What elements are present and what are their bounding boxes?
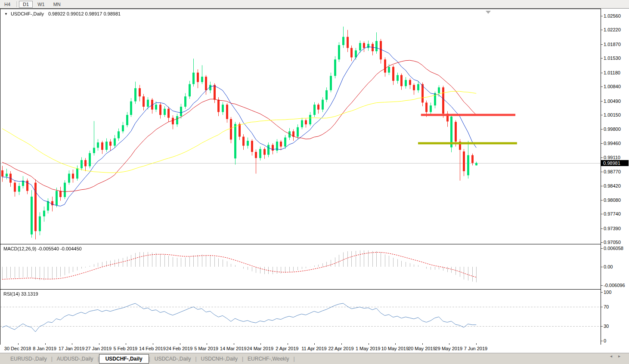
chart-tab-usdcnh[interactable]: USDCNH-,Daily <box>197 355 242 363</box>
price-axis-label: 1.01530 <box>604 56 621 61</box>
price-axis-label: 0.97390 <box>604 226 621 231</box>
rsi-axis-label: 30 <box>604 324 609 329</box>
price-axis-label: 1.00150 <box>604 112 621 118</box>
price-scale-axis[interactable]: 1.025601.022201.018701.015301.011801.008… <box>601 9 629 345</box>
macd-axis-label: 0.006058 <box>604 246 623 251</box>
price-axis-label: 0.98770 <box>604 169 621 175</box>
tab-separator: | <box>294 356 295 362</box>
macd-axis-label: -0.006096 <box>604 283 625 288</box>
timeframe-button-d1[interactable]: D1 <box>19 1 33 8</box>
price-axis-label: 0.98080 <box>604 197 621 203</box>
chart-title: ▼ USDCHF-,Daily 0.98922 0.99012 0.98917 … <box>4 11 121 16</box>
timeframe-toolbar: H4D1W1MN <box>0 0 629 9</box>
tab-scroll-arrows[interactable]: ◂▸ <box>610 354 626 358</box>
macd-axis-label: 0.00 <box>604 264 613 270</box>
price-axis-label: 0.99460 <box>604 141 621 146</box>
chart-quote-ohlc: 0.98922 0.99012 0.98917 0.98981 <box>48 11 121 16</box>
price-axis-label: 0.98420 <box>604 183 621 189</box>
date-axis-label: 7 Jun 2019 <box>459 346 493 351</box>
rsi-canvas[interactable] <box>0 290 601 345</box>
price-axis-label: 0.97050 <box>604 240 621 245</box>
price-axis-label: 1.01870 <box>604 42 621 47</box>
price-axis-label: 1.01180 <box>604 70 620 76</box>
price-axis-label: 1.02560 <box>604 13 621 19</box>
toolbar-separator <box>16 1 17 7</box>
rsi-indicator-panel <box>0 289 601 345</box>
chart-tab-eurusd[interactable]: EURUSD-,Daily <box>6 355 51 363</box>
chart-tab-usdchf[interactable]: USDCHF-,Daily <box>99 354 149 364</box>
price-axis-label: 0.97740 <box>604 211 621 217</box>
time-scale-axis[interactable]: 30 Dec 20188 Jan 201917 Jan 201927 Jan 2… <box>0 345 601 353</box>
rsi-axis-label: 0 <box>604 338 606 344</box>
chart-shift-marker-icon[interactable] <box>486 11 491 14</box>
price-chart-canvas[interactable] <box>0 9 601 244</box>
trading-terminal-window: H4D1W1MN ▼ USDCHF-,Daily 0.98922 0.99012… <box>0 0 629 364</box>
rsi-label: RSI(14) 33.1319 <box>3 291 38 296</box>
timeframe-button-w1[interactable]: W1 <box>34 1 49 8</box>
macd-indicator-panel <box>0 244 601 290</box>
rsi-axis-label: 70 <box>604 304 609 310</box>
price-axis-label: 0.99800 <box>604 126 621 132</box>
macd-label: MACD(12,26,9) -0.005540 -0.004450 <box>3 246 82 251</box>
chart-tab-eurchf[interactable]: EURCHF-,Weekly <box>243 355 293 363</box>
price-axis-label: 1.00840 <box>604 84 621 89</box>
chart-symbol-label: USDCHF-,Daily <box>11 11 44 16</box>
price-chart-panel <box>0 9 601 244</box>
chart-tab-usdcad[interactable]: USDCAD-,Daily <box>150 355 195 363</box>
timeframe-button-mn[interactable]: MN <box>50 1 65 8</box>
price-axis-label: 1.00490 <box>604 99 621 104</box>
price-axis-label: 1.02220 <box>604 27 621 33</box>
chart-tabbar: EURUSD-,Daily|AUDUSD-,Daily|USDCHF-,Dail… <box>0 353 629 364</box>
chart-tab-audusd[interactable]: AUDUSD-,Daily <box>53 355 98 363</box>
macd-canvas[interactable] <box>0 244 601 289</box>
rsi-axis-label: 100 <box>604 290 611 295</box>
current-price-tag: 0.98981 <box>601 160 629 166</box>
symbol-dropdown-icon[interactable]: ▼ <box>4 12 8 16</box>
timeframe-button-h4[interactable]: H4 <box>0 1 14 8</box>
